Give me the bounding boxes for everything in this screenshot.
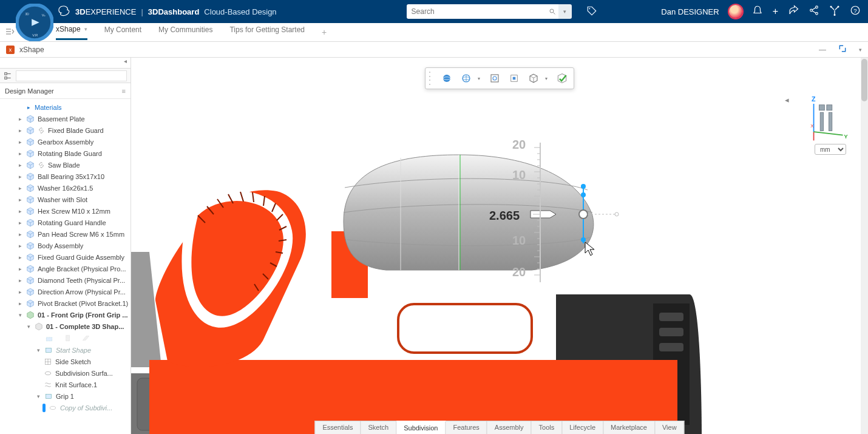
tree-item-materials[interactable]: ▸ Materials bbox=[0, 101, 131, 113]
chevron-right-icon[interactable]: ▸ bbox=[17, 197, 23, 203]
tree-item-part[interactable]: ▸Ball Bearing 35x17x10 bbox=[0, 171, 131, 182]
chevron-right-icon[interactable]: ▸ bbox=[17, 300, 23, 307]
btab-subdivision[interactable]: Subdivision bbox=[396, 421, 446, 434]
btab-features[interactable]: Features bbox=[446, 421, 487, 434]
tab-my-communities[interactable]: My Communities bbox=[158, 25, 212, 39]
search-dropdown[interactable]: ▾ bbox=[558, 4, 572, 19]
tab-my-content[interactable]: My Content bbox=[104, 25, 141, 39]
avatar[interactable] bbox=[729, 5, 742, 18]
chevron-right-icon[interactable]: ▸ bbox=[17, 185, 23, 191]
toolbar-grip-icon[interactable] bbox=[429, 70, 433, 86]
tree-item-front-grip[interactable]: ▾ 01 - Front Grip (Front Grip ... bbox=[0, 309, 131, 320]
view-toolbar[interactable]: ▾ ▾ bbox=[425, 67, 574, 89]
chevron-down-icon[interactable]: ▾ bbox=[25, 324, 32, 330]
compass-widget[interactable]: 3D V₊ V.R bbox=[16, 4, 53, 41]
plane-yz-icon[interactable] bbox=[63, 334, 72, 342]
tree-item-part[interactable]: ▸Saw Blade bbox=[0, 159, 131, 171]
search-input[interactable] bbox=[407, 4, 546, 19]
globe-wire-icon[interactable] bbox=[458, 70, 474, 86]
chevron-down-icon[interactable]: ▾ bbox=[35, 347, 41, 353]
add-tab-button[interactable]: + bbox=[322, 27, 327, 37]
tree-item-part[interactable]: ▸Washer 16x26x1.5 bbox=[0, 182, 131, 194]
chevron-down-icon[interactable]: ▾ bbox=[35, 393, 41, 399]
tree-item-feature[interactable]: Subdivision Surfa... bbox=[0, 367, 131, 379]
expand-left-icon[interactable] bbox=[5, 27, 15, 38]
chevron-right-icon[interactable]: ▸ bbox=[17, 116, 23, 122]
collapse-panel-icon[interactable]: ◂ bbox=[124, 58, 127, 68]
globe-solid-icon[interactable] bbox=[439, 70, 455, 86]
help-icon[interactable]: ? bbox=[850, 5, 861, 18]
chevron-right-icon[interactable]: ▸ bbox=[17, 254, 23, 260]
btab-essentials[interactable]: Essentials bbox=[315, 421, 361, 434]
chevron-down-icon[interactable]: ▾ bbox=[859, 47, 862, 53]
chevron-right-icon[interactable]: ▸ bbox=[17, 266, 23, 272]
tree-item-part[interactable]: ▸Pan Head Screw M6 x 15mm bbox=[0, 228, 131, 240]
tree-item-grip1[interactable]: ▾ Grip 1 bbox=[0, 390, 131, 402]
tree-item-complete-shape[interactable]: ▾ 01 - Complete 3D Shap... bbox=[0, 320, 131, 332]
notifications-icon[interactable] bbox=[752, 5, 763, 18]
tree-item-part[interactable]: ▸Basement Plate bbox=[0, 113, 131, 124]
tree-item-part[interactable]: ▸Angle Bracket (Physical Pro... bbox=[0, 263, 131, 274]
chevron-right-icon[interactable]: ▸ bbox=[17, 162, 23, 168]
tree-item-part[interactable]: ▸Diamond Teeth (Physical Pr... bbox=[0, 274, 131, 286]
chevron-right-icon[interactable]: ▸ bbox=[17, 243, 23, 249]
tree-item-part[interactable]: ▸Gearbox Assembly bbox=[0, 136, 131, 147]
share-nodes-icon[interactable] bbox=[809, 5, 819, 18]
collab-icon[interactable] bbox=[829, 5, 840, 18]
box-view-icon[interactable] bbox=[526, 70, 541, 86]
isolate-icon[interactable] bbox=[506, 70, 522, 86]
add-icon[interactable]: + bbox=[773, 6, 778, 17]
tree-item-part[interactable]: ▸Rotating Blade Guard bbox=[0, 147, 131, 159]
design-tree[interactable]: ▸ Materials ▸Basement Plate▸Fixed Blade … bbox=[0, 99, 131, 434]
share-arrow-icon[interactable] bbox=[788, 5, 799, 18]
fit-view-icon[interactable] bbox=[487, 70, 503, 86]
chevron-down-icon[interactable]: ▾ bbox=[478, 76, 483, 81]
chevron-right-icon[interactable]: ▸ bbox=[17, 231, 23, 237]
plane-xz-icon[interactable] bbox=[81, 334, 90, 342]
commit-icon[interactable] bbox=[554, 70, 570, 86]
btab-marketplace[interactable]: Marketplace bbox=[603, 421, 655, 434]
unit-select[interactable]: mm bbox=[815, 144, 846, 155]
btab-assembly[interactable]: Assembly bbox=[487, 421, 532, 434]
chevron-right-icon[interactable]: ▸ bbox=[25, 104, 32, 110]
scrollbar-thumb[interactable] bbox=[861, 59, 867, 101]
restore-icon[interactable] bbox=[838, 44, 847, 55]
tree-item-part[interactable]: ▸Fixed Blade Guard bbox=[0, 124, 131, 136]
minimize-icon[interactable]: — bbox=[819, 46, 826, 54]
chevron-down-icon[interactable]: ▾ bbox=[17, 312, 23, 318]
tree-mode-icon[interactable] bbox=[4, 72, 12, 80]
tree-item-part[interactable]: ▸Washer with Slot bbox=[0, 194, 131, 205]
tree-item-part[interactable]: ▸Fixed Guard Guide Assembly bbox=[0, 251, 131, 263]
btab-sketch[interactable]: Sketch bbox=[361, 421, 397, 434]
chevron-right-icon[interactable]: ▸ bbox=[17, 208, 23, 214]
tree-item-start-shape[interactable]: ▾ Start Shape bbox=[0, 344, 131, 356]
vertical-scrollbar[interactable] bbox=[861, 58, 868, 434]
chevron-right-icon[interactable]: ▸ bbox=[17, 139, 23, 145]
chevron-right-icon[interactable]: ▸ bbox=[17, 289, 23, 295]
chevron-right-icon[interactable]: ▸ bbox=[17, 151, 23, 157]
user-name[interactable]: Dan DESIGNER bbox=[661, 7, 719, 16]
tag-icon[interactable] bbox=[586, 5, 597, 18]
btab-tools[interactable]: Tools bbox=[532, 421, 563, 434]
chevron-right-icon[interactable]: ▸ bbox=[17, 127, 23, 134]
tree-item-feature[interactable]: Side Sketch bbox=[0, 356, 131, 367]
tab-tips[interactable]: Tips for Getting Started bbox=[229, 25, 305, 39]
chevron-right-icon[interactable]: ▸ bbox=[17, 220, 23, 226]
tree-item-part[interactable]: ▸Rotating Guard Handle bbox=[0, 217, 131, 228]
3d-viewport[interactable]: 2.665 20 10 10 20 ▾ ▾ ◂ Z X Y bbox=[131, 58, 868, 434]
tree-item-part[interactable]: ▸Pivot Bracket (Pivot Bracket.1) bbox=[0, 297, 131, 309]
panel-menu-icon[interactable]: ≡ bbox=[122, 87, 126, 95]
orientation-collapse-icon[interactable]: ◂ bbox=[785, 95, 789, 104]
chevron-right-icon[interactable]: ▸ bbox=[17, 277, 23, 283]
tree-item-part[interactable]: ▸Body Assembly bbox=[0, 240, 131, 251]
tree-item-part[interactable]: ▸Direction Arrow (Physical Pr... bbox=[0, 286, 131, 297]
tree-item-grip1-child[interactable]: Copy of Subdivi... bbox=[0, 402, 131, 413]
tree-item-feature[interactable]: Knit Surface.1 bbox=[0, 379, 131, 390]
plane-xy-icon[interactable] bbox=[45, 334, 53, 342]
chevron-down-icon[interactable]: ▾ bbox=[545, 76, 551, 81]
tab-xshape[interactable]: xShape▾ bbox=[56, 25, 87, 40]
search-button[interactable] bbox=[546, 4, 558, 19]
orientation-triad[interactable]: Z X Y bbox=[794, 94, 849, 143]
tree-item-part[interactable]: ▸Hex Screw M10 x 12mm bbox=[0, 205, 131, 217]
chevron-down-icon[interactable]: ▾ bbox=[84, 26, 87, 32]
